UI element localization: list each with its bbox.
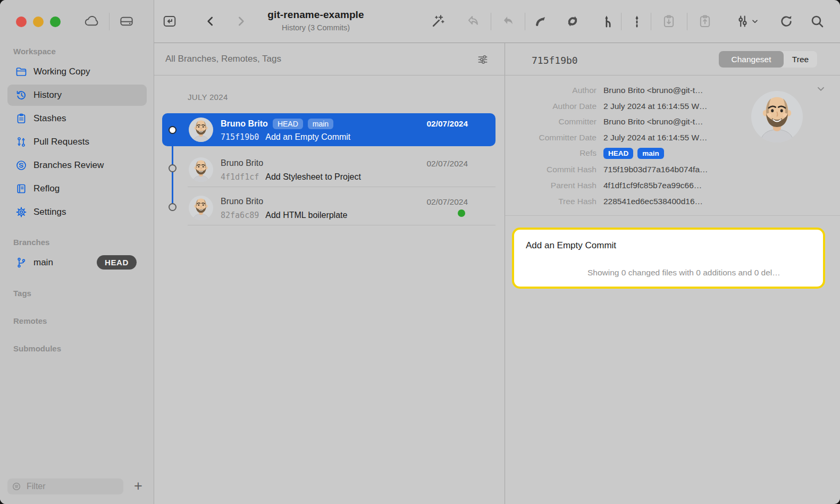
toolbar-divider-3 (621, 13, 621, 30)
list-filter-icon[interactable] (476, 53, 490, 66)
field-label: Tree Hash (505, 197, 597, 206)
chevron-down-icon (751, 17, 759, 26)
sidebar-section-remotes[interactable]: Remotes (13, 316, 47, 325)
zoom-button[interactable] (50, 16, 61, 27)
sidebar-section-tags[interactable]: Tags (13, 289, 31, 298)
row-separator (188, 187, 495, 187)
cloud-icon[interactable] (82, 13, 102, 30)
workflows-icon[interactable] (733, 13, 761, 30)
add-branch-button[interactable]: + (130, 477, 147, 494)
sidebar-item-pull-requests[interactable]: Pull Requests (7, 131, 147, 153)
commit-row[interactable]: Bruno Brito 02/07/2024 4f1df1cf Add Styl… (162, 153, 495, 186)
window-title-block: git-rename-example History (3 Commits) (246, 9, 386, 32)
tab-changeset[interactable]: Changeset (719, 51, 784, 68)
row-separator (188, 225, 495, 225)
back-icon[interactable] (203, 13, 219, 29)
detail-row-committer: Committer Bruno Brito <bruno@git-t… (505, 116, 703, 128)
undo-icon[interactable] (464, 13, 483, 30)
sidebar-section-submodules[interactable]: Submodules (13, 344, 61, 353)
detail-row-parent-hash: Parent Hash 4f1df1cf9fc85b7ea99c66… (505, 180, 702, 191)
app-window: git-rename-example History (3 Commits) (0, 0, 840, 504)
stash-icon[interactable] (659, 13, 678, 30)
close-button[interactable] (16, 16, 27, 27)
folder-icon (15, 65, 28, 78)
drive-icon[interactable] (117, 13, 136, 30)
rebase-icon[interactable] (628, 13, 645, 30)
commit-row-selected[interactable]: Bruno Brito HEAD main 02/07/2024 715f19b… (162, 113, 495, 146)
quick-actions-icon[interactable] (429, 13, 448, 30)
filter-input[interactable] (26, 481, 111, 492)
pull-icon[interactable] (531, 13, 550, 30)
redo-icon[interactable] (499, 13, 518, 30)
sidebar-item-label: Working Copy (33, 66, 90, 77)
field-label: Refs (505, 148, 597, 158)
ref-badge-main: main (637, 148, 664, 159)
sidebar-item-reflog[interactable]: Reflog (7, 178, 147, 199)
sidebar-item-label: Branches Review (33, 160, 104, 171)
history-icon (15, 89, 28, 102)
changed-files-summary: Showing 0 changed files with 0 additions… (587, 268, 817, 278)
author-avatar (751, 91, 803, 142)
commit-hash: 4f1df1cf (221, 172, 259, 182)
field-value: 2 July 2024 at 16:14:55 W… (603, 102, 708, 111)
field-value: 228541ed6ec538400d16… (603, 197, 703, 206)
sidebar-item-stashes[interactable]: Stashes (7, 108, 147, 129)
head-ref-badge: HEAD (273, 119, 303, 129)
toolbar-divider-4 (651, 13, 651, 30)
commit-date: 02/07/2024 (426, 197, 468, 207)
sidebar-section-branches[interactable]: Branches (13, 238, 49, 247)
open-repository-icon[interactable] (161, 13, 178, 30)
minimize-button[interactable] (33, 16, 44, 27)
toolbar-divider-1 (491, 13, 491, 30)
field-label: Parent Hash (505, 181, 597, 190)
refresh-icon[interactable] (777, 13, 796, 30)
detail-commit-hash: 715f19b0 (532, 55, 578, 66)
field-value: Bruno Brito <bruno@git-t… (603, 117, 703, 127)
branches-review-icon (15, 159, 28, 172)
avatar (189, 196, 213, 220)
graph-node-selected (169, 126, 177, 134)
sidebar-item-working-copy[interactable]: Working Copy (7, 61, 147, 82)
detail-row-author: Author Bruno Brito <bruno@git-t… (505, 85, 703, 96)
sidebar-section-workspace[interactable]: Workspace (13, 47, 56, 56)
commit-row[interactable]: Bruno Brito 02/07/2024 82fa6c89 Add HTML… (162, 191, 495, 224)
avatar (189, 157, 213, 182)
gear-icon (15, 206, 28, 219)
sidebar-item-history[interactable]: History (7, 85, 147, 106)
branch-icon (15, 256, 28, 269)
graph-node (169, 164, 177, 172)
field-label: Committer (505, 117, 597, 127)
commit-date: 02/07/2024 (426, 159, 468, 169)
commit-message: Add HTML boilerplate (265, 211, 347, 220)
field-label: Commit Hash (505, 165, 597, 174)
commit-list-panel: All Branches, Remotes, Tags JULY 2024 Br… (154, 43, 505, 504)
status-dot (458, 209, 465, 217)
titlebar-left-divider (109, 13, 110, 30)
commit-message: Add Stylesheet to Project (265, 172, 361, 182)
sidebar-filter[interactable] (7, 478, 123, 494)
field-value: Bruno Brito <bruno@git-t… (603, 86, 703, 95)
collapse-chevron-icon[interactable] (816, 83, 826, 94)
field-value: 4f1df1cf9fc85b7ea99c66… (603, 181, 702, 190)
detail-row-committer-date: Committer Date 2 July 2024 at 16:14:55 W… (505, 132, 708, 144)
sidebar-item-branches-review[interactable]: Branches Review (7, 155, 147, 176)
commit-section-label: JULY 2024 (188, 93, 228, 102)
apply-stash-icon[interactable] (695, 13, 715, 30)
merge-icon[interactable] (599, 13, 618, 30)
field-label: Author Date (505, 102, 597, 111)
sidebar-item-label: Reflog (33, 183, 60, 194)
sidebar-item-label: Settings (33, 207, 66, 217)
search-icon[interactable] (808, 13, 827, 30)
sidebar-item-label: History (33, 90, 62, 100)
tab-tree[interactable]: Tree (784, 55, 817, 64)
commit-hash: 715f19b0 (221, 132, 259, 142)
detail-row-commit-hash: Commit Hash 715f19b03d77a164b074fa… (505, 164, 708, 175)
avatar (189, 117, 213, 142)
fetch-icon[interactable] (563, 13, 582, 30)
field-value: 715f19b03d77a164b074fa… (603, 165, 708, 174)
toolbar-divider-5 (687, 13, 687, 30)
sidebar-item-settings[interactable]: Settings (7, 201, 147, 223)
commit-date: 02/07/2024 (426, 119, 468, 129)
toolbar-divider-2 (525, 13, 525, 30)
filter-icon (12, 482, 21, 491)
